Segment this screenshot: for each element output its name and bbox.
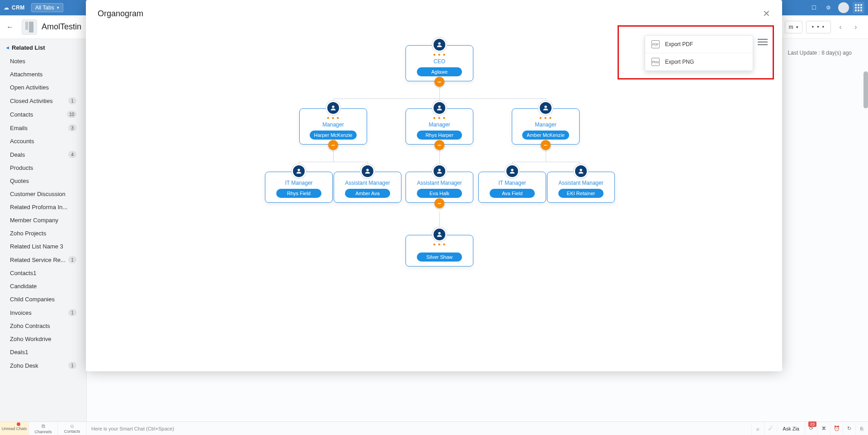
collapse-toggle[interactable]: – bbox=[434, 77, 444, 87]
org-node-leaf-5[interactable]: Assistant Manager EKI Retainer bbox=[547, 172, 615, 203]
collapse-toggle[interactable]: – bbox=[434, 198, 444, 208]
rating-dots-icon: ● ● ● bbox=[410, 115, 469, 120]
org-node-ceo[interactable]: ● ● ● CEO Aglawe – bbox=[406, 45, 473, 81]
org-node-manager-3[interactable]: ● ● ● Manager Amber McKenzie – bbox=[512, 108, 580, 145]
svg-point-1 bbox=[332, 106, 334, 108]
svg-point-0 bbox=[438, 42, 440, 45]
hamburger-menu-icon[interactable] bbox=[758, 39, 768, 45]
export-pdf-option[interactable]: PDF Export PDF bbox=[645, 36, 753, 53]
organogram-modal: Organogram ✕ PDF Export PDF PNG Export P… bbox=[86, 0, 782, 371]
person-icon bbox=[326, 101, 340, 115]
org-node-bottom[interactable]: ● ● ● Silver Shaw bbox=[406, 235, 473, 267]
person-icon bbox=[292, 164, 306, 178]
pdf-icon: PDF bbox=[651, 40, 660, 48]
person-icon bbox=[574, 164, 588, 178]
svg-point-4 bbox=[297, 169, 300, 171]
modal-title: Organogram bbox=[98, 9, 143, 19]
export-png-option[interactable]: PNG Export PNG bbox=[645, 53, 753, 70]
svg-point-5 bbox=[366, 169, 368, 171]
person-icon bbox=[505, 164, 519, 178]
org-node-leaf-3[interactable]: Assistant Manager Eva Halk – bbox=[406, 172, 473, 203]
person-icon bbox=[360, 164, 375, 178]
org-node-leaf-4[interactable]: IT Manager Ava Field bbox=[478, 172, 546, 203]
person-icon bbox=[538, 101, 553, 115]
org-node-manager-2[interactable]: ● ● ● Manager Rhys Harper – bbox=[406, 108, 473, 145]
rating-dots-icon: ● ● ● bbox=[410, 242, 469, 247]
org-node-manager-1[interactable]: ● ● ● Manager Harper McKenzie – bbox=[299, 108, 367, 145]
close-icon[interactable]: ✕ bbox=[763, 8, 770, 19]
person-icon bbox=[432, 101, 447, 115]
svg-point-7 bbox=[511, 169, 513, 171]
export-menu: PDF Export PDF PNG Export PNG bbox=[645, 35, 753, 71]
org-node-leaf-1[interactable]: IT Manager Rhys Field bbox=[265, 172, 333, 203]
rating-dots-icon: ● ● ● bbox=[516, 115, 576, 120]
rating-dots-icon: ● ● ● bbox=[303, 115, 363, 120]
png-icon: PNG bbox=[651, 58, 660, 66]
svg-point-2 bbox=[438, 106, 440, 108]
collapse-toggle[interactable]: – bbox=[434, 140, 444, 150]
org-node-leaf-2[interactable]: Assistant Manager Amber Ava bbox=[334, 172, 401, 203]
rating-dots-icon: ● ● ● bbox=[410, 52, 469, 57]
svg-point-3 bbox=[544, 106, 547, 108]
person-icon bbox=[432, 164, 447, 178]
person-icon bbox=[432, 37, 447, 52]
person-icon bbox=[432, 227, 447, 242]
svg-point-9 bbox=[438, 232, 440, 234]
collapse-toggle[interactable]: – bbox=[328, 140, 338, 150]
svg-point-6 bbox=[438, 169, 440, 171]
collapse-toggle[interactable]: – bbox=[541, 140, 551, 150]
svg-point-8 bbox=[580, 169, 582, 171]
